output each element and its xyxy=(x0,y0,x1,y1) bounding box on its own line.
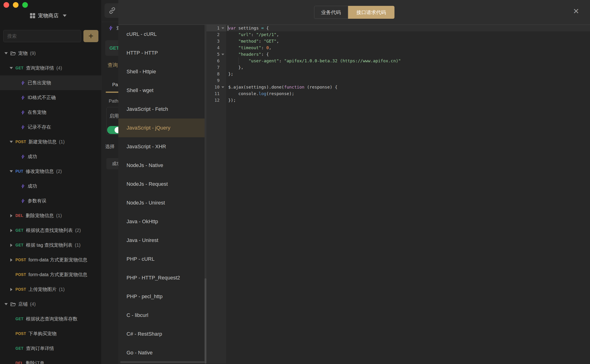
tree-endpoint[interactable]: POSTform-data 方式更新宠物信息 xyxy=(0,267,101,282)
minimize-window-icon[interactable] xyxy=(13,2,19,8)
tree-case[interactable]: 记录不存在 xyxy=(0,120,101,134)
line-number[interactable]: 10 xyxy=(206,84,226,91)
tree-endpoint[interactable]: POST下单购买宠物 xyxy=(0,326,101,341)
chevron-down-icon[interactable] xyxy=(4,303,8,305)
language-item[interactable]: Shell - Httpie xyxy=(118,62,206,81)
tree-case[interactable]: 成功 xyxy=(0,149,101,164)
method-label: GET xyxy=(15,346,23,351)
tree-endpoint[interactable]: DEL删除宠物信息(1) xyxy=(0,208,101,223)
line-number[interactable]: 4 xyxy=(206,45,226,51)
response-select[interactable]: 成功 xyxy=(106,158,118,169)
chevron-right-icon[interactable] xyxy=(9,244,13,247)
chevron-down-icon[interactable] xyxy=(9,141,13,143)
list-scrollbar-thumb[interactable] xyxy=(204,278,206,364)
language-item[interactable]: NodeJs - Native xyxy=(118,156,206,175)
line-number[interactable]: 9 xyxy=(206,77,226,84)
link-button[interactable] xyxy=(105,3,118,18)
add-button[interactable]: + xyxy=(83,30,98,42)
tree-endpoint[interactable]: GET根据 tag 查找宠物列表(1) xyxy=(0,238,101,253)
fold-arrow-icon[interactable] xyxy=(221,86,224,88)
folder-icon xyxy=(10,302,16,307)
tree-endpoint[interactable]: DEL删除订单 xyxy=(0,356,101,364)
tree-endpoint[interactable]: PUT修改宠物信息(2) xyxy=(0,164,101,179)
tree-endpoint[interactable]: POSTform-data 方式更新宠物信息 xyxy=(0,253,101,267)
line-number[interactable]: 3 xyxy=(206,38,226,45)
language-item[interactable]: PHP - HTTP_Request2 xyxy=(118,268,206,287)
tree-endpoint[interactable]: GET根据状态查询宠物库存数 xyxy=(0,312,101,326)
chevron-right-icon[interactable] xyxy=(9,288,13,291)
tree-endpoint[interactable]: GET查询订单详情 xyxy=(0,341,101,356)
language-item[interactable]: cURL - cURL xyxy=(118,25,206,44)
tree-case[interactable]: ID格式不正确 xyxy=(0,90,101,105)
method-label: GET xyxy=(15,66,23,70)
language-item[interactable]: JavaScript - jQuery xyxy=(118,118,206,137)
line-number[interactable]: 1 xyxy=(206,25,226,31)
tree-case[interactable]: 参数有误 xyxy=(0,194,101,208)
line-number[interactable]: 12 xyxy=(206,97,226,104)
request-tab[interactable]: 查 xyxy=(108,25,118,31)
tree-item-label: 删除宠物信息 xyxy=(26,212,54,219)
line-number[interactable]: 6 xyxy=(206,58,226,64)
language-item[interactable]: PHP - cURL xyxy=(118,250,206,268)
line-number[interactable]: 5 xyxy=(206,51,226,58)
code-editor[interactable]: 123456789101112 var settings = { "url": … xyxy=(206,25,590,364)
params-tab-underline xyxy=(106,91,118,93)
chevron-down-icon[interactable] xyxy=(9,67,13,69)
language-item[interactable]: NodeJs - Request xyxy=(118,175,206,194)
chevron-down-icon[interactable] xyxy=(9,170,13,172)
language-item[interactable]: C# - RestSharp xyxy=(118,325,206,343)
list-hscrollbar-thumb[interactable] xyxy=(120,361,204,363)
tree-case[interactable]: 在售宠物 xyxy=(0,105,101,120)
method-label: POST xyxy=(15,140,26,144)
code-line: $.ajax(settings).done(function (response… xyxy=(226,84,590,91)
endpoint-title: 查询 xyxy=(108,62,118,69)
language-item[interactable]: Java - OkHttp xyxy=(118,212,206,231)
language-item[interactable]: PHP - pecl_http xyxy=(118,287,206,306)
line-number[interactable]: 8 xyxy=(206,71,226,77)
language-item[interactable]: JavaScript - XHR xyxy=(118,137,206,156)
tree-item-label: 修改宠物信息 xyxy=(26,168,54,175)
tree-case[interactable]: 已售出宠物 xyxy=(0,75,101,90)
tree-endpoint[interactable]: GET根据状态查找宠物列表(2) xyxy=(0,223,101,238)
enable-toggle[interactable] xyxy=(107,126,118,134)
tree-endpoint[interactable]: POST上传宠物图片(1) xyxy=(0,282,101,297)
chevron-right-icon[interactable] xyxy=(9,229,13,232)
language-item[interactable]: Go - Native xyxy=(118,343,206,362)
code-line: console.log(response); xyxy=(226,91,590,97)
tree-folder[interactable]: 店铺(4) xyxy=(0,297,101,312)
tree-item-count: (1) xyxy=(59,139,65,144)
maximize-window-icon[interactable] xyxy=(22,2,28,8)
tree-item-count: (1) xyxy=(75,242,80,248)
tab-api-request-code[interactable]: 接口请求代码 xyxy=(348,6,394,19)
fold-arrow-icon[interactable] xyxy=(221,27,224,29)
language-item[interactable]: Java - Unirest xyxy=(118,231,206,250)
close-window-icon[interactable] xyxy=(4,2,9,8)
language-item[interactable]: HTTP - HTTP xyxy=(118,44,206,62)
fold-arrow-icon[interactable] xyxy=(221,54,224,55)
tree-endpoint[interactable]: POST新建宠物信息(1) xyxy=(0,134,101,149)
line-number[interactable]: 2 xyxy=(206,31,226,38)
tree-endpoint[interactable]: GET查询宠物详情(4) xyxy=(0,61,101,75)
method-label: POST xyxy=(15,273,26,277)
chevron-right-icon[interactable] xyxy=(9,214,13,217)
search-input[interactable] xyxy=(3,30,81,42)
tree-case[interactable]: 成功 xyxy=(0,179,101,194)
project-selector[interactable]: 宠物商店 xyxy=(30,12,66,19)
line-number[interactable]: 11 xyxy=(206,91,226,97)
line-number[interactable]: 7 xyxy=(206,64,226,71)
chevron-right-icon[interactable] xyxy=(9,258,13,262)
window-controls[interactable] xyxy=(4,2,28,8)
code-line: }, xyxy=(226,64,590,71)
tab-business-code[interactable]: 业务代码 xyxy=(314,6,348,19)
language-item[interactable]: C - libcurl xyxy=(118,306,206,325)
params-tab[interactable]: Pa xyxy=(112,82,118,87)
close-icon[interactable]: ✕ xyxy=(571,6,581,16)
chevron-down-icon[interactable] xyxy=(4,52,8,54)
code-line: }); xyxy=(226,97,590,104)
tree-folder[interactable]: 宠物(9) xyxy=(0,46,101,61)
tree-item-label: 新建宠物信息 xyxy=(29,139,57,145)
language-item[interactable]: JavaScript - Fetch xyxy=(118,100,206,118)
language-item[interactable]: NodeJs - Unirest xyxy=(118,194,206,212)
code-line: }; xyxy=(226,71,590,77)
language-item[interactable]: Shell - wget xyxy=(118,81,206,100)
